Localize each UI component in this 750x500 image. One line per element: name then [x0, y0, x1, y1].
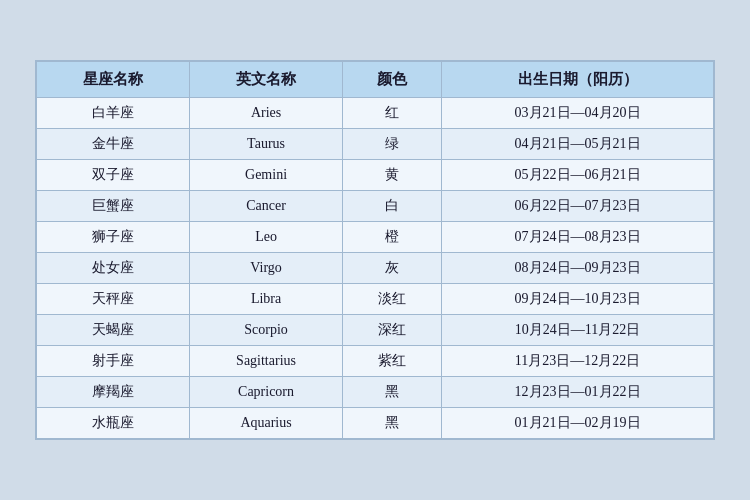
cell-dates: 10月24日—11月22日: [442, 315, 714, 346]
cell-chinese-name: 狮子座: [37, 222, 190, 253]
cell-color: 淡红: [343, 284, 442, 315]
cell-dates: 05月22日—06月21日: [442, 160, 714, 191]
cell-english-name: Gemini: [190, 160, 343, 191]
cell-english-name: Aries: [190, 98, 343, 129]
zodiac-table-container: 星座名称 英文名称 颜色 出生日期（阳历） 白羊座Aries红03月21日—04…: [35, 60, 715, 440]
cell-chinese-name: 处女座: [37, 253, 190, 284]
table-row: 射手座Sagittarius紫红11月23日—12月22日: [37, 346, 714, 377]
cell-dates: 09月24日—10月23日: [442, 284, 714, 315]
cell-dates: 07月24日—08月23日: [442, 222, 714, 253]
cell-color: 黑: [343, 408, 442, 439]
cell-english-name: Virgo: [190, 253, 343, 284]
cell-dates: 03月21日—04月20日: [442, 98, 714, 129]
table-row: 水瓶座Aquarius黑01月21日—02月19日: [37, 408, 714, 439]
header-color: 颜色: [343, 62, 442, 98]
cell-chinese-name: 天蝎座: [37, 315, 190, 346]
cell-english-name: Sagittarius: [190, 346, 343, 377]
cell-color: 黄: [343, 160, 442, 191]
table-row: 摩羯座Capricorn黑12月23日—01月22日: [37, 377, 714, 408]
cell-chinese-name: 射手座: [37, 346, 190, 377]
header-english-name: 英文名称: [190, 62, 343, 98]
header-chinese-name: 星座名称: [37, 62, 190, 98]
cell-color: 橙: [343, 222, 442, 253]
cell-color: 灰: [343, 253, 442, 284]
cell-english-name: Libra: [190, 284, 343, 315]
cell-color: 白: [343, 191, 442, 222]
cell-chinese-name: 摩羯座: [37, 377, 190, 408]
header-birthdate: 出生日期（阳历）: [442, 62, 714, 98]
cell-dates: 12月23日—01月22日: [442, 377, 714, 408]
cell-dates: 11月23日—12月22日: [442, 346, 714, 377]
cell-english-name: Taurus: [190, 129, 343, 160]
table-row: 双子座Gemini黄05月22日—06月21日: [37, 160, 714, 191]
cell-chinese-name: 白羊座: [37, 98, 190, 129]
cell-dates: 04月21日—05月21日: [442, 129, 714, 160]
cell-chinese-name: 水瓶座: [37, 408, 190, 439]
cell-color: 深红: [343, 315, 442, 346]
cell-english-name: Leo: [190, 222, 343, 253]
table-row: 白羊座Aries红03月21日—04月20日: [37, 98, 714, 129]
cell-chinese-name: 双子座: [37, 160, 190, 191]
table-row: 天秤座Libra淡红09月24日—10月23日: [37, 284, 714, 315]
table-body: 白羊座Aries红03月21日—04月20日金牛座Taurus绿04月21日—0…: [37, 98, 714, 439]
zodiac-table: 星座名称 英文名称 颜色 出生日期（阳历） 白羊座Aries红03月21日—04…: [36, 61, 714, 439]
cell-chinese-name: 巨蟹座: [37, 191, 190, 222]
cell-dates: 08月24日—09月23日: [442, 253, 714, 284]
cell-color: 红: [343, 98, 442, 129]
cell-dates: 01月21日—02月19日: [442, 408, 714, 439]
cell-english-name: Capricorn: [190, 377, 343, 408]
cell-color: 绿: [343, 129, 442, 160]
cell-english-name: Cancer: [190, 191, 343, 222]
cell-english-name: Scorpio: [190, 315, 343, 346]
table-row: 狮子座Leo橙07月24日—08月23日: [37, 222, 714, 253]
cell-chinese-name: 天秤座: [37, 284, 190, 315]
cell-dates: 06月22日—07月23日: [442, 191, 714, 222]
cell-color: 紫红: [343, 346, 442, 377]
cell-chinese-name: 金牛座: [37, 129, 190, 160]
table-row: 天蝎座Scorpio深红10月24日—11月22日: [37, 315, 714, 346]
table-row: 巨蟹座Cancer白06月22日—07月23日: [37, 191, 714, 222]
cell-english-name: Aquarius: [190, 408, 343, 439]
cell-color: 黑: [343, 377, 442, 408]
table-row: 处女座Virgo灰08月24日—09月23日: [37, 253, 714, 284]
table-header-row: 星座名称 英文名称 颜色 出生日期（阳历）: [37, 62, 714, 98]
table-row: 金牛座Taurus绿04月21日—05月21日: [37, 129, 714, 160]
